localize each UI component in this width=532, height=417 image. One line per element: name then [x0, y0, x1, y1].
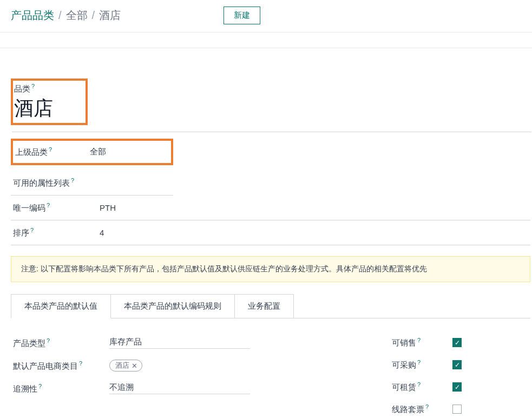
parent-category-value[interactable]: 全部 [90, 147, 106, 157]
sellable-label: 可销售? [392, 337, 431, 348]
sort-label: 排序? [13, 227, 100, 238]
category-highlight: 品类? 酒店 [11, 79, 88, 125]
tab-coding-rules[interactable]: 本品类产品的默认编码规则 [110, 294, 235, 318]
breadcrumb-sep: / [92, 9, 95, 22]
rentable-checkbox[interactable]: ✓ [452, 382, 462, 392]
sort-value[interactable]: 4 [100, 228, 104, 237]
close-icon[interactable]: ✕ [132, 362, 137, 369]
attr-list-label: 可用的属性列表? [13, 177, 100, 188]
purchasable-checkbox[interactable]: ✓ [452, 360, 462, 369]
product-type-value[interactable]: 库存产品 [109, 337, 250, 349]
route-ticket-label: 线路套票? [392, 403, 431, 415]
ecat-value[interactable]: 酒店 ✕ [109, 360, 218, 372]
tabs: 本品类产品的默认值 本品类产品的默认编码规则 业务配置 [11, 294, 530, 318]
parent-category-label: 上级品类? [15, 146, 52, 158]
category-label: 品类? [14, 83, 35, 94]
notice-text: 注意: 以下配置将影响本品类下所有产品，包括产品默认值及默认供应链生产的业务处理… [11, 256, 530, 282]
unique-code-value[interactable]: PTH [100, 203, 116, 212]
trace-label: 追溯性? [13, 383, 109, 394]
purchasable-label: 可采购? [392, 359, 431, 370]
parent-category-highlight: 上级品类? 全部 [11, 139, 173, 165]
ecat-tag[interactable]: 酒店 ✕ [109, 360, 142, 372]
route-ticket-checkbox[interactable] [452, 405, 462, 414]
tab-defaults[interactable]: 本品类产品的默认值 [11, 294, 111, 318]
trace-value[interactable]: 不追溯 [109, 382, 250, 394]
breadcrumb-leaf: 酒店 [99, 8, 121, 23]
breadcrumb: 产品品类 / 全部 / 酒店 [11, 8, 121, 23]
ecat-label: 默认产品电商类目? [13, 360, 109, 372]
divider [12, 132, 531, 132]
breadcrumb-mid[interactable]: 全部 [66, 8, 88, 23]
tab-content-defaults: 产品类型? 库存产品 默认产品电商类目? 酒店 ✕ 追溯性? [11, 318, 530, 417]
breadcrumb-root[interactable]: 产品品类 [11, 8, 54, 23]
rentable-label: 可租赁? [392, 381, 431, 393]
category-value[interactable]: 酒店 [14, 95, 53, 122]
tab-business-config[interactable]: 业务配置 [234, 294, 294, 318]
new-button[interactable]: 新建 [224, 6, 260, 24]
sellable-checkbox[interactable]: ✓ [452, 338, 462, 347]
breadcrumb-sep: / [58, 9, 62, 22]
ecat-tag-text: 酒店 [115, 361, 129, 370]
unique-code-label: 唯一编码? [13, 202, 100, 213]
product-type-label: 产品类型? [13, 337, 109, 349]
